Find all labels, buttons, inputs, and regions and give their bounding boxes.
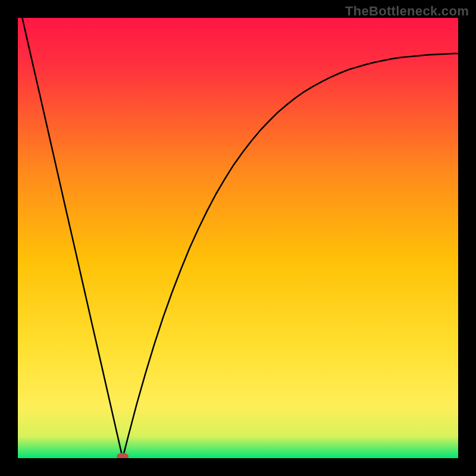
plot-area <box>18 18 458 458</box>
chart-frame: TheBottleneck.com <box>0 0 476 476</box>
gradient-background <box>18 18 458 458</box>
chart-svg <box>18 18 458 458</box>
watermark-text: TheBottleneck.com <box>345 4 469 19</box>
